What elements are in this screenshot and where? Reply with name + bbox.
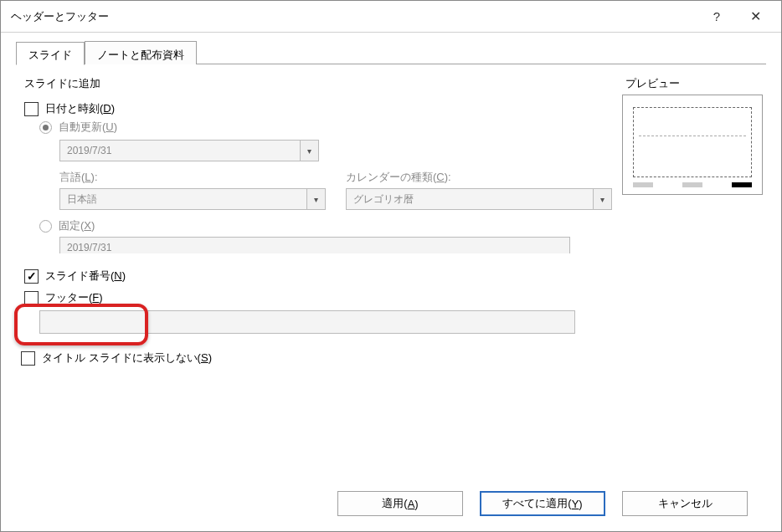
wrap-footer-text — [39, 310, 575, 334]
textbox-fixed-date: 2019/7/31 — [59, 237, 570, 258]
apply-all-button[interactable]: すべてに適用(Y) — [480, 491, 605, 516]
select-language-value: 日本語 — [60, 192, 306, 207]
apply-button[interactable]: 適用(A) — [337, 491, 463, 516]
preview-legend: プレビュー — [622, 76, 763, 91]
radio-fixed — [39, 220, 52, 233]
preview-slide — [633, 107, 752, 177]
label-footer: フッター(F) — [45, 290, 103, 305]
row-datetime[interactable]: 日付と時刻(D) — [24, 101, 612, 116]
checkbox-footer[interactable] — [24, 291, 39, 305]
tab-slide[interactable]: スライド — [16, 42, 85, 65]
row-slide-number[interactable]: スライド番号(N) — [24, 269, 612, 284]
select-language: 日本語 — [59, 188, 326, 210]
radio-auto-update — [39, 121, 52, 134]
right-panel: プレビュー — [622, 76, 763, 479]
preview-placeholders — [633, 182, 752, 187]
checkbox-hide-title-slide[interactable] — [21, 351, 35, 366]
row-footer[interactable]: フッター(F) — [24, 290, 612, 305]
dialog-body: スライド ノートと配布資料 スライドに追加 日付と時刻(D) — [1, 33, 781, 531]
preview-ph-right — [732, 182, 752, 187]
checkbox-datetime[interactable] — [24, 102, 39, 116]
titlebar: ヘッダーとフッター ? ✕ — [1, 1, 781, 33]
dialog-footer: 適用(A) すべてに適用(Y) キャンセル — [16, 479, 766, 531]
label-datetime: 日付と時刻(D) — [45, 101, 115, 116]
select-auto-date-value: 2019/7/31 — [60, 145, 300, 156]
cancel-button[interactable]: キャンセル — [622, 491, 748, 516]
col-calendar: カレンダーの種類(C): グレゴリオ暦 — [346, 170, 612, 210]
label-auto-update: 自動更新(U) — [59, 120, 117, 135]
preview-ph-left — [633, 182, 653, 187]
wrap-auto-date: 2019/7/31 — [59, 140, 319, 161]
help-button[interactable]: ? — [697, 2, 736, 32]
label-calendar: カレンダーの種類(C): — [346, 170, 612, 185]
row-fixed: 固定(X) — [39, 218, 612, 233]
close-button[interactable]: ✕ — [736, 2, 774, 32]
tab-content: スライドに追加 日付と時刻(D) 自動更新(U) — [16, 64, 766, 479]
label-slide-number: スライド番号(N) — [45, 269, 126, 284]
tabs: スライド ノートと配布資料 — [16, 41, 766, 64]
select-calendar-value: グレゴリオ暦 — [347, 192, 593, 207]
dialog-title: ヘッダーとフッター — [11, 9, 697, 24]
preview-box — [622, 95, 763, 195]
col-language: 言語(L): 日本語 — [59, 170, 326, 210]
chevron-down-icon — [593, 189, 611, 209]
select-calendar: グレゴリオ暦 — [346, 188, 612, 210]
checkbox-slide-number[interactable] — [24, 269, 39, 284]
label-language: 言語(L): — [59, 170, 326, 185]
group-add-to-slide: スライドに追加 日付と時刻(D) 自動更新(U) — [19, 76, 612, 334]
textbox-footer — [39, 310, 575, 334]
header-footer-dialog: ヘッダーとフッター ? ✕ スライド ノートと配布資料 スライドに追加 日付と時… — [0, 0, 782, 532]
left-panel: スライドに追加 日付と時刻(D) 自動更新(U) — [19, 76, 612, 479]
wrap-fixed-text: 2019/7/31 — [59, 237, 570, 258]
select-auto-date: 2019/7/31 — [59, 140, 319, 161]
preview-ph-center — [682, 182, 702, 187]
row-auto-update: 自動更新(U) — [39, 120, 612, 135]
group-legend-add: スライドに追加 — [21, 76, 612, 91]
row-hide-title-slide[interactable]: タイトル スライドに表示しない(S) — [21, 350, 612, 366]
label-hide-title-slide: タイトル スライドに表示しない(S) — [42, 350, 212, 366]
tab-notes-handouts[interactable]: ノートと配布資料 — [85, 41, 197, 64]
label-fixed: 固定(X) — [59, 218, 95, 233]
chevron-down-icon — [306, 189, 325, 209]
chevron-down-icon — [300, 141, 318, 161]
